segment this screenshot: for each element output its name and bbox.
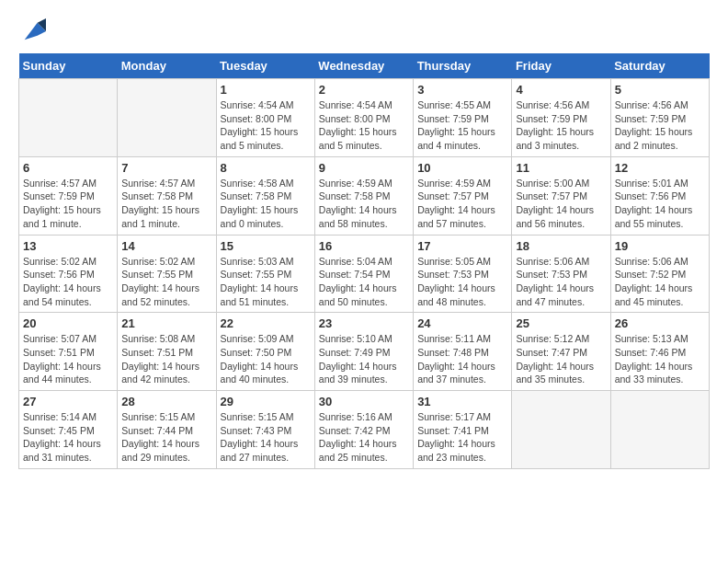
calendar-cell — [19, 79, 118, 157]
calendar-cell: 10Sunrise: 4:59 AM Sunset: 7:57 PM Dayli… — [414, 156, 512, 235]
day-detail: Sunrise: 5:02 AM Sunset: 7:56 PM Dayligh… — [23, 255, 113, 309]
day-number: 23 — [319, 316, 409, 330]
day-detail: Sunrise: 5:03 AM Sunset: 7:55 PM Dayligh… — [221, 255, 311, 309]
calendar-cell: 2Sunrise: 4:54 AM Sunset: 8:00 PM Daylig… — [314, 79, 413, 157]
calendar-cell: 6Sunrise: 4:57 AM Sunset: 7:59 PM Daylig… — [19, 156, 118, 235]
day-number: 28 — [121, 395, 211, 408]
day-detail: Sunrise: 5:12 AM Sunset: 7:47 PM Dayligh… — [516, 332, 606, 386]
calendar-cell: 7Sunrise: 4:57 AM Sunset: 7:58 PM Daylig… — [118, 156, 216, 235]
calendar-cell: 16Sunrise: 5:04 AM Sunset: 7:54 PM Dayli… — [314, 235, 413, 313]
day-detail: Sunrise: 4:56 AM Sunset: 7:59 PM Dayligh… — [516, 98, 606, 153]
day-number: 12 — [615, 161, 705, 175]
weekday-header-monday: Monday — [118, 53, 216, 79]
calendar-cell: 29Sunrise: 5:15 AM Sunset: 7:43 PM Dayli… — [216, 391, 314, 469]
calendar-cell: 28Sunrise: 5:15 AM Sunset: 7:44 PM Dayli… — [118, 391, 216, 469]
day-number: 29 — [221, 395, 311, 408]
calendar-table: SundayMondayTuesdayWednesdayThursdayFrid… — [18, 53, 710, 469]
day-number: 11 — [516, 161, 606, 175]
calendar-cell: 13Sunrise: 5:02 AM Sunset: 7:56 PM Dayli… — [19, 235, 118, 313]
calendar-cell: 3Sunrise: 4:55 AM Sunset: 7:59 PM Daylig… — [414, 79, 512, 157]
day-number: 31 — [417, 395, 507, 408]
calendar-cell: 18Sunrise: 5:06 AM Sunset: 7:53 PM Dayli… — [512, 235, 610, 313]
calendar-cell: 22Sunrise: 5:09 AM Sunset: 7:50 PM Dayli… — [216, 313, 314, 391]
day-number: 5 — [615, 83, 705, 97]
weekday-header-sunday: Sunday — [19, 53, 118, 79]
calendar-cell: 5Sunrise: 4:56 AM Sunset: 7:59 PM Daylig… — [610, 79, 709, 157]
day-number: 16 — [319, 239, 409, 253]
day-number: 14 — [121, 239, 211, 253]
logo-icon — [20, 18, 46, 44]
week-row-5: 27Sunrise: 5:14 AM Sunset: 7:45 PM Dayli… — [19, 391, 710, 469]
calendar-cell — [512, 391, 610, 469]
calendar-cell: 26Sunrise: 5:13 AM Sunset: 7:46 PM Dayli… — [610, 313, 709, 391]
day-detail: Sunrise: 5:06 AM Sunset: 7:52 PM Dayligh… — [615, 255, 705, 309]
calendar-cell: 21Sunrise: 5:08 AM Sunset: 7:51 PM Dayli… — [118, 313, 216, 391]
day-number: 27 — [23, 395, 113, 408]
day-number: 6 — [23, 161, 113, 175]
week-row-3: 13Sunrise: 5:02 AM Sunset: 7:56 PM Dayli… — [19, 235, 710, 313]
calendar-cell: 30Sunrise: 5:16 AM Sunset: 7:42 PM Dayli… — [314, 391, 413, 469]
page-header — [18, 18, 710, 44]
calendar-cell: 9Sunrise: 4:59 AM Sunset: 7:58 PM Daylig… — [314, 156, 413, 235]
calendar-cell: 25Sunrise: 5:12 AM Sunset: 7:47 PM Dayli… — [512, 313, 610, 391]
calendar-cell: 1Sunrise: 4:54 AM Sunset: 8:00 PM Daylig… — [216, 79, 314, 157]
calendar-cell: 8Sunrise: 4:58 AM Sunset: 7:58 PM Daylig… — [216, 156, 314, 235]
day-detail: Sunrise: 4:59 AM Sunset: 7:57 PM Dayligh… — [417, 177, 507, 231]
day-number: 7 — [121, 161, 211, 175]
calendar-cell: 23Sunrise: 5:10 AM Sunset: 7:49 PM Dayli… — [314, 313, 413, 391]
day-number: 13 — [23, 239, 113, 253]
day-detail: Sunrise: 5:02 AM Sunset: 7:55 PM Dayligh… — [121, 255, 211, 309]
day-detail: Sunrise: 4:58 AM Sunset: 7:58 PM Dayligh… — [221, 177, 311, 231]
day-number: 18 — [516, 239, 606, 253]
calendar-cell: 19Sunrise: 5:06 AM Sunset: 7:52 PM Dayli… — [610, 235, 709, 313]
day-number: 3 — [417, 83, 507, 97]
calendar-cell: 11Sunrise: 5:00 AM Sunset: 7:57 PM Dayli… — [512, 156, 610, 235]
day-number: 8 — [221, 161, 311, 175]
day-detail: Sunrise: 5:15 AM Sunset: 7:43 PM Dayligh… — [221, 410, 311, 465]
day-number: 17 — [417, 239, 507, 253]
day-detail: Sunrise: 5:07 AM Sunset: 7:51 PM Dayligh… — [23, 332, 113, 386]
day-number: 21 — [121, 316, 211, 330]
day-number: 26 — [615, 316, 705, 330]
day-detail: Sunrise: 5:04 AM Sunset: 7:54 PM Dayligh… — [319, 255, 409, 309]
day-number: 10 — [417, 161, 507, 175]
day-detail: Sunrise: 4:55 AM Sunset: 7:59 PM Dayligh… — [417, 98, 507, 153]
day-detail: Sunrise: 5:01 AM Sunset: 7:56 PM Dayligh… — [615, 177, 705, 231]
day-number: 25 — [516, 316, 606, 330]
day-detail: Sunrise: 4:54 AM Sunset: 8:00 PM Dayligh… — [221, 98, 311, 153]
day-detail: Sunrise: 4:59 AM Sunset: 7:58 PM Dayligh… — [319, 177, 409, 231]
weekday-header-wednesday: Wednesday — [314, 53, 413, 79]
day-detail: Sunrise: 5:14 AM Sunset: 7:45 PM Dayligh… — [23, 410, 113, 465]
weekday-header-saturday: Saturday — [610, 53, 709, 79]
day-detail: Sunrise: 5:10 AM Sunset: 7:49 PM Dayligh… — [319, 332, 409, 386]
day-number: 15 — [221, 239, 311, 253]
calendar-cell: 14Sunrise: 5:02 AM Sunset: 7:55 PM Dayli… — [118, 235, 216, 313]
week-row-1: 1Sunrise: 4:54 AM Sunset: 8:00 PM Daylig… — [19, 79, 710, 157]
calendar-cell: 17Sunrise: 5:05 AM Sunset: 7:53 PM Dayli… — [414, 235, 512, 313]
week-row-2: 6Sunrise: 4:57 AM Sunset: 7:59 PM Daylig… — [19, 156, 710, 235]
week-row-4: 20Sunrise: 5:07 AM Sunset: 7:51 PM Dayli… — [19, 313, 710, 391]
day-number: 2 — [319, 83, 409, 97]
day-number: 20 — [23, 316, 113, 330]
day-detail: Sunrise: 5:15 AM Sunset: 7:44 PM Dayligh… — [121, 410, 211, 465]
day-number: 1 — [221, 83, 311, 97]
calendar-cell — [118, 79, 216, 157]
day-detail: Sunrise: 5:00 AM Sunset: 7:57 PM Dayligh… — [516, 177, 606, 231]
weekday-header-tuesday: Tuesday — [216, 53, 314, 79]
logo — [18, 18, 46, 44]
calendar-cell: 27Sunrise: 5:14 AM Sunset: 7:45 PM Dayli… — [19, 391, 118, 469]
day-detail: Sunrise: 4:57 AM Sunset: 7:59 PM Dayligh… — [23, 177, 113, 231]
day-number: 9 — [319, 161, 409, 175]
calendar-cell: 15Sunrise: 5:03 AM Sunset: 7:55 PM Dayli… — [216, 235, 314, 313]
calendar-cell: 4Sunrise: 4:56 AM Sunset: 7:59 PM Daylig… — [512, 79, 610, 157]
weekday-header-friday: Friday — [512, 53, 610, 79]
weekday-header-thursday: Thursday — [414, 53, 512, 79]
day-detail: Sunrise: 5:08 AM Sunset: 7:51 PM Dayligh… — [121, 332, 211, 386]
calendar-cell: 20Sunrise: 5:07 AM Sunset: 7:51 PM Dayli… — [19, 313, 118, 391]
day-detail: Sunrise: 5:06 AM Sunset: 7:53 PM Dayligh… — [516, 255, 606, 309]
day-number: 22 — [221, 316, 311, 330]
weekday-header-row: SundayMondayTuesdayWednesdayThursdayFrid… — [19, 53, 710, 79]
calendar-cell: 24Sunrise: 5:11 AM Sunset: 7:48 PM Dayli… — [414, 313, 512, 391]
day-detail: Sunrise: 4:54 AM Sunset: 8:00 PM Dayligh… — [319, 98, 409, 153]
day-number: 19 — [615, 239, 705, 253]
